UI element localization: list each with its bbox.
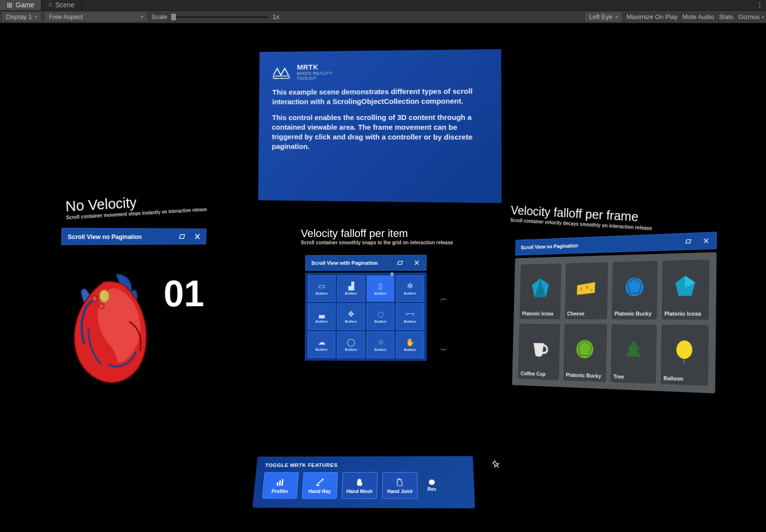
bracket-icon: ⌐¬ — [406, 310, 414, 318]
scale-slider-knob[interactable] — [171, 14, 176, 20]
section-no-velocity: No Velocity Scroll container movement st… — [65, 191, 207, 220]
car-icon: ▃ — [319, 310, 325, 318]
svg-rect-22 — [632, 356, 635, 360]
section-title: Velocity falloff per item — [301, 227, 453, 240]
btn-label: Button — [374, 348, 387, 352]
button-grid[interactable]: ▭Button ▟Button ▯Button ✲Button ▃Button … — [308, 276, 424, 358]
card-platonic-icosa[interactable]: Platonic Icosa — [519, 263, 561, 319]
toggle-profiler[interactable]: Profiler — [262, 472, 298, 499]
svg-marker-21 — [625, 341, 641, 357]
btn-label: Button — [404, 348, 416, 352]
cloud-icon: ☁ — [318, 337, 325, 346]
follow-icon[interactable] — [179, 233, 187, 240]
close-icon[interactable] — [194, 233, 201, 240]
tab-scene[interactable]: ⌗ Scene — [41, 0, 82, 10]
info-panel: MRTK MIXED REALITY TOOLKIT This example … — [258, 49, 501, 203]
move-icon: ✥ — [348, 310, 354, 318]
profiler-icon — [275, 477, 286, 487]
editor-tab-bar: ⊞ Game ⌗ Scene ⋮ — [0, 0, 766, 11]
scale-slider[interactable] — [171, 16, 269, 18]
balloon-icon — [672, 338, 697, 364]
grid-button[interactable]: ☆Button — [367, 332, 394, 358]
card-label: Platonic Bucky — [566, 372, 603, 379]
pagination-down-button[interactable]: ﹀ — [440, 346, 447, 355]
grid-button[interactable]: ⌐¬Button — [396, 303, 424, 330]
gear-icon: ✲ — [407, 281, 413, 290]
grid-button[interactable]: ◌Button — [367, 303, 394, 330]
grid-button[interactable]: ✥Button — [337, 303, 365, 330]
toggle-label: Hand Mesh — [346, 489, 373, 493]
pin-icon[interactable] — [490, 458, 504, 473]
card-label: Balloon — [664, 375, 705, 383]
tab-game-label: Game — [16, 1, 34, 9]
titlebar-per-frame[interactable]: Scroll View no Pagination — [515, 232, 717, 256]
grid-button[interactable]: ◯Button — [337, 332, 365, 358]
grid-button[interactable]: ▃Button — [308, 303, 335, 330]
panel-no-velocity: Scroll View no Pagination — [61, 228, 207, 245]
aspect-select[interactable]: Free Aspect ▾ — [45, 12, 147, 21]
chart-icon: ▟ — [348, 281, 354, 290]
panel-per-frame: Scroll View no Pagination Platonic Icosa… — [512, 232, 717, 393]
game-toolbar: Display 1 ▾ Free Aspect ▾ Scale 1x Left … — [0, 11, 766, 23]
close-icon[interactable] — [702, 236, 710, 245]
game-view[interactable]: MRTK MIXED REALITY TOOLKIT This example … — [0, 23, 766, 532]
tab-overflow[interactable]: ⋮ — [753, 0, 766, 10]
display-select[interactable]: Display 1 ▾ — [2, 12, 41, 21]
card-coffee-cup[interactable]: Coffee Cup — [518, 324, 560, 380]
info-paragraph-1: This example scene demonstrates differen… — [272, 86, 487, 107]
button-grid-frame: ▭Button ▟Button ▯Button ✲Button ▃Button … — [305, 273, 427, 361]
card-balloon[interactable]: Balloon — [661, 325, 709, 386]
follow-icon[interactable] — [397, 259, 404, 266]
tab-game[interactable]: ⊞ Game — [0, 0, 41, 10]
eye-select[interactable]: Left Eye ▾ — [585, 12, 622, 21]
card-platonic-icosa-2[interactable]: Platonic Icosa — [661, 259, 709, 320]
tab-scene-label: Scene — [55, 1, 75, 9]
grid-button[interactable]: ✲Button — [396, 276, 424, 302]
card-platonic-bucky-2[interactable]: Platonic Bucky — [563, 324, 607, 382]
btn-label: Button — [404, 319, 416, 324]
grid-button[interactable]: ✋Button — [396, 332, 424, 358]
card-tree[interactable]: Tree — [610, 324, 656, 384]
star-icon: ☆ — [377, 338, 383, 346]
titlebar-no-velocity[interactable]: Scroll View no Pagination — [61, 228, 207, 245]
maximize-on-play-toggle[interactable]: Maximize On Play — [627, 13, 678, 20]
bucky-icon — [623, 275, 647, 299]
mute-audio-toggle[interactable]: Mute Audio — [683, 13, 714, 20]
close-icon[interactable] — [413, 259, 420, 266]
toggle-hand-ray[interactable]: Hand Ray — [302, 472, 338, 499]
grid-button[interactable]: ▭Button — [308, 276, 335, 302]
pagination-up-button[interactable]: ︿ — [440, 294, 447, 303]
gizmos-toggle[interactable]: Gizmos ▾ — [738, 13, 764, 20]
titlebar-label: Scroll View no Pagination — [68, 233, 142, 240]
hand-joint-icon — [395, 477, 404, 487]
rec-label: Rec — [428, 487, 437, 492]
svg-point-23 — [676, 340, 692, 359]
toggle-hand-joint[interactable]: Hand Joint — [382, 472, 417, 499]
target-icon: ◌ — [377, 310, 384, 318]
svg-point-28 — [397, 479, 398, 480]
chevron-down-icon: ▾ — [615, 14, 618, 20]
btn-label: Button — [345, 348, 357, 352]
titlebar-pagination[interactable]: Scroll View with Pagination — [305, 255, 427, 271]
bucky-green-icon — [573, 337, 596, 361]
card-label: Platonic Bucky — [614, 311, 654, 316]
grid-button[interactable]: ☁Button — [308, 332, 335, 358]
follow-icon[interactable] — [685, 237, 693, 246]
heart-model[interactable] — [54, 266, 168, 397]
grid-button[interactable]: ▟Button — [337, 276, 365, 302]
card-grid[interactable]: Platonic Icosa Cheese Platonic Bucky Pla… — [518, 259, 709, 386]
camera-icon: ▭ — [318, 281, 325, 290]
svg-point-1 — [275, 78, 277, 79]
card-platonic-bucky[interactable]: Platonic Bucky — [611, 261, 657, 319]
toggle-hand-mesh[interactable]: Hand Mesh — [342, 472, 378, 499]
svg-rect-4 — [179, 235, 185, 238]
rec-button[interactable]: Rec — [427, 479, 436, 492]
tree-icon — [622, 337, 646, 363]
card-cheese[interactable]: Cheese — [565, 262, 609, 319]
svg-rect-9 — [686, 239, 691, 243]
section-sub: Scroll container smoothly snaps to the g… — [301, 240, 453, 245]
card-grid-frame: Platonic Icosa Cheese Platonic Bucky Pla… — [512, 252, 717, 394]
grid-button[interactable]: ▯Button — [367, 276, 394, 302]
svg-point-5 — [99, 290, 109, 302]
stats-toggle[interactable]: Stats — [719, 13, 734, 20]
